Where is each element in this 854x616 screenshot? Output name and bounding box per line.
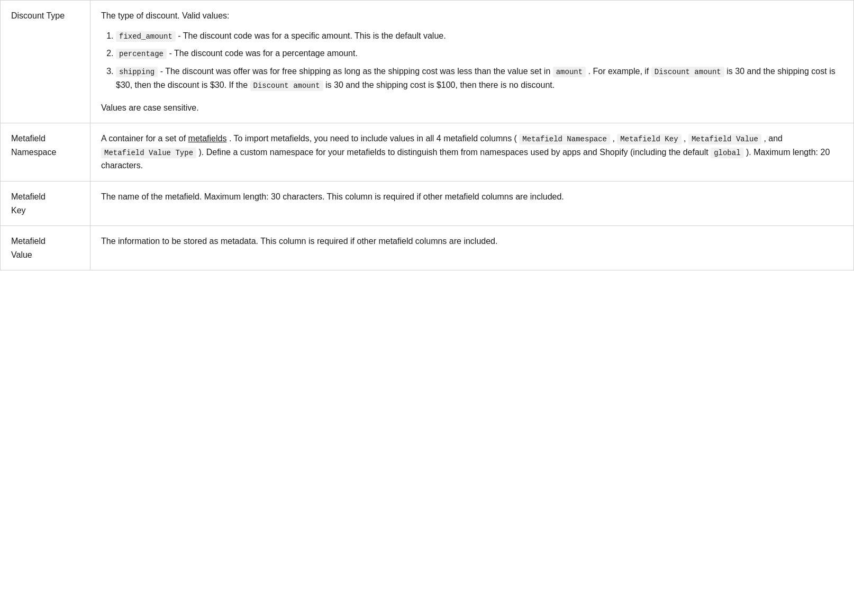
desc-metafield-key: The name of the metafield. Maximum lengt… xyxy=(90,181,854,225)
code-amount-1: amount xyxy=(553,67,586,77)
label-metafield-value: MetafieldValue xyxy=(1,226,90,270)
code-global: global xyxy=(711,148,743,158)
code-metafield-namespace: Metafield Namespace xyxy=(519,134,610,144)
code-metafield-key: Metafield Key xyxy=(617,134,681,144)
list-item: percentage - The discount code was for a… xyxy=(116,47,843,60)
metafield-key-desc: The name of the metafield. Maximum lengt… xyxy=(101,190,843,204)
label-discount-type: Discount Type xyxy=(1,1,90,123)
code-percentage: percentage xyxy=(116,49,167,59)
code-shipping: shipping xyxy=(116,67,158,77)
metafield-namespace-desc: A container for a set of metafields . To… xyxy=(101,132,843,173)
list-item: shipping - The discount was offer was fo… xyxy=(116,65,843,93)
label-metafield-namespace: MetafieldNamespace xyxy=(1,123,90,182)
code-metafield-value: Metafield Value xyxy=(688,134,761,144)
table-row: Discount Type The type of discount. Vali… xyxy=(1,1,854,123)
metafields-link[interactable]: metafields xyxy=(188,134,227,143)
percentage-desc: - The discount code was for a percentage… xyxy=(169,49,357,58)
metafield-value-desc: The information to be stored as metadata… xyxy=(101,234,843,248)
desc-discount-type: The type of discount. Valid values: fixe… xyxy=(90,1,854,123)
code-fixed-amount: fixed_amount xyxy=(116,31,176,42)
discount-type-intro: The type of discount. Valid values: xyxy=(101,9,843,23)
code-metafield-value-type: Metafield Value Type xyxy=(101,148,196,158)
table-row: MetafieldValue The information to be sto… xyxy=(1,226,854,270)
table-row: MetafieldKey The name of the metafield. … xyxy=(1,181,854,225)
desc-metafield-value: The information to be stored as metadata… xyxy=(90,226,854,270)
label-metafield-key: MetafieldKey xyxy=(1,181,90,225)
code-discount-amount-1: Discount amount xyxy=(651,67,724,77)
table-row: MetafieldNamespace A container for a set… xyxy=(1,123,854,182)
docs-table: Discount Type The type of discount. Vali… xyxy=(0,0,854,270)
shipping-desc: shipping - The discount was offer was fo… xyxy=(116,67,835,89)
desc-metafield-namespace: A container for a set of metafields . To… xyxy=(90,123,854,182)
fixed-amount-desc: - The discount code was for a specific a… xyxy=(178,31,446,40)
values-case-note: Values are case sensitive. xyxy=(101,101,843,115)
code-discount-amount-2: Discount amount xyxy=(250,80,323,91)
list-item: fixed_amount - The discount code was for… xyxy=(116,29,843,43)
discount-type-list: fixed_amount - The discount code was for… xyxy=(105,29,843,93)
